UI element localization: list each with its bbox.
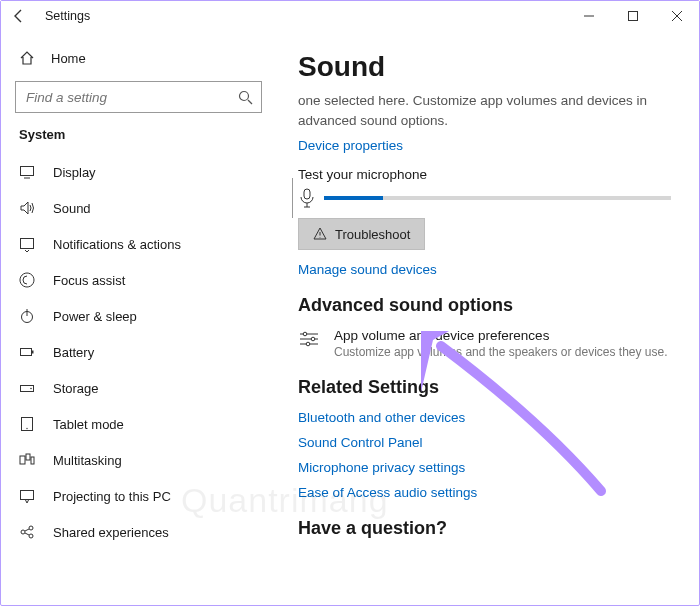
minimize-icon (584, 11, 594, 21)
svg-point-21 (306, 342, 310, 346)
sidebar-item-label: Focus assist (53, 273, 125, 288)
have-a-question-heading: Have a question? (298, 518, 677, 539)
svg-rect-3 (21, 239, 34, 249)
page-description: one selected here. Customize app volumes… (298, 91, 677, 130)
related-link-sound-control-panel[interactable]: Sound Control Panel (298, 435, 677, 450)
sidebar-item-notifications[interactable]: Notifications & actions (1, 226, 276, 262)
titlebar: Settings (1, 1, 699, 31)
sidebar-item-label: Power & sleep (53, 309, 137, 324)
home-icon (19, 50, 35, 66)
sidebar-item-label: Projecting to this PC (53, 489, 171, 504)
related-link-bluetooth[interactable]: Bluetooth and other devices (298, 410, 677, 425)
svg-rect-5 (21, 349, 32, 356)
sidebar-item-label: Tablet mode (53, 417, 124, 432)
related-link-microphone-privacy[interactable]: Microphone privacy settings (298, 460, 677, 475)
warning-icon (313, 227, 327, 241)
svg-point-19 (303, 332, 307, 336)
device-properties-link[interactable]: Device properties (298, 138, 677, 153)
multitasking-icon (19, 452, 35, 468)
test-mic-label: Test your microphone (298, 167, 677, 182)
search-input[interactable] (15, 81, 262, 113)
sidebar-item-display[interactable]: Display (1, 154, 276, 190)
mic-level-fill (324, 196, 383, 200)
mic-level-track (324, 196, 671, 200)
search-field[interactable] (26, 90, 238, 105)
projecting-icon (19, 488, 35, 504)
display-icon (19, 164, 35, 180)
app-volume-preferences[interactable]: App volume and device preferences Custom… (298, 328, 677, 359)
search-icon (238, 90, 253, 105)
advanced-options-heading: Advanced sound options (298, 295, 677, 316)
microphone-icon (298, 188, 316, 208)
sidebar-item-projecting[interactable]: Projecting to this PC (1, 478, 276, 514)
svg-rect-12 (26, 454, 30, 460)
mic-level-row (298, 188, 677, 208)
sidebar-item-label: Storage (53, 381, 99, 396)
sidebar: Home System Display Sound (1, 31, 276, 605)
svg-point-20 (311, 337, 315, 341)
svg-rect-6 (32, 351, 34, 354)
svg-rect-11 (20, 456, 25, 464)
storage-icon (19, 380, 35, 396)
troubleshoot-label: Troubleshoot (335, 227, 410, 242)
related-link-ease-of-access-audio[interactable]: Ease of Access audio settings (298, 485, 677, 500)
maximize-icon (628, 11, 638, 21)
svg-rect-18 (304, 189, 310, 199)
tablet-icon (19, 416, 35, 432)
focus-assist-icon (19, 272, 35, 288)
svg-point-15 (21, 530, 25, 534)
sidebar-home-label: Home (51, 51, 86, 66)
manage-sound-devices-link[interactable]: Manage sound devices (298, 262, 677, 277)
page-title: Sound (298, 51, 677, 83)
sidebar-item-battery[interactable]: Battery (1, 334, 276, 370)
svg-point-1 (240, 91, 249, 100)
minimize-button[interactable] (567, 1, 611, 31)
svg-point-8 (30, 388, 32, 390)
troubleshoot-button[interactable]: Troubleshoot (298, 218, 425, 250)
svg-rect-0 (629, 12, 638, 21)
sidebar-home[interactable]: Home (1, 41, 276, 75)
maximize-button[interactable] (611, 1, 655, 31)
sidebar-item-label: Multitasking (53, 453, 122, 468)
sidebar-item-label: Notifications & actions (53, 237, 181, 252)
sidebar-item-sound[interactable]: Sound (1, 190, 276, 226)
power-icon (19, 308, 35, 324)
notifications-icon (19, 236, 35, 252)
sliders-icon (298, 328, 320, 350)
sidebar-item-focus-assist[interactable]: Focus assist (1, 262, 276, 298)
sidebar-item-tablet-mode[interactable]: Tablet mode (1, 406, 276, 442)
sidebar-item-label: Display (53, 165, 96, 180)
window-title: Settings (33, 9, 90, 23)
arrow-left-icon (12, 9, 26, 23)
close-button[interactable] (655, 1, 699, 31)
svg-rect-14 (21, 491, 34, 500)
sidebar-item-storage[interactable]: Storage (1, 370, 276, 406)
sidebar-item-label: Shared experiences (53, 525, 169, 540)
app-volume-subtitle: Customize app volumes and the speakers o… (334, 345, 668, 359)
back-button[interactable] (5, 2, 33, 30)
sound-icon (19, 200, 35, 216)
svg-point-10 (26, 428, 27, 429)
close-icon (672, 11, 682, 21)
sidebar-item-power-sleep[interactable]: Power & sleep (1, 298, 276, 334)
shared-icon (19, 524, 35, 540)
app-volume-title: App volume and device preferences (334, 328, 668, 343)
svg-point-16 (29, 526, 33, 530)
sidebar-item-label: Sound (53, 201, 91, 216)
related-settings-heading: Related Settings (298, 377, 677, 398)
svg-rect-13 (31, 457, 34, 464)
svg-rect-2 (21, 167, 34, 176)
svg-point-17 (29, 534, 33, 538)
sidebar-item-shared-experiences[interactable]: Shared experiences (1, 514, 276, 550)
main-content: Sound one selected here. Customize app v… (276, 31, 699, 605)
sidebar-item-label: Battery (53, 345, 94, 360)
sidebar-nav: Display Sound Notifications & actions Fo… (1, 154, 276, 550)
battery-icon (19, 344, 35, 360)
sidebar-section-label: System (1, 123, 276, 154)
sidebar-item-multitasking[interactable]: Multitasking (1, 442, 276, 478)
